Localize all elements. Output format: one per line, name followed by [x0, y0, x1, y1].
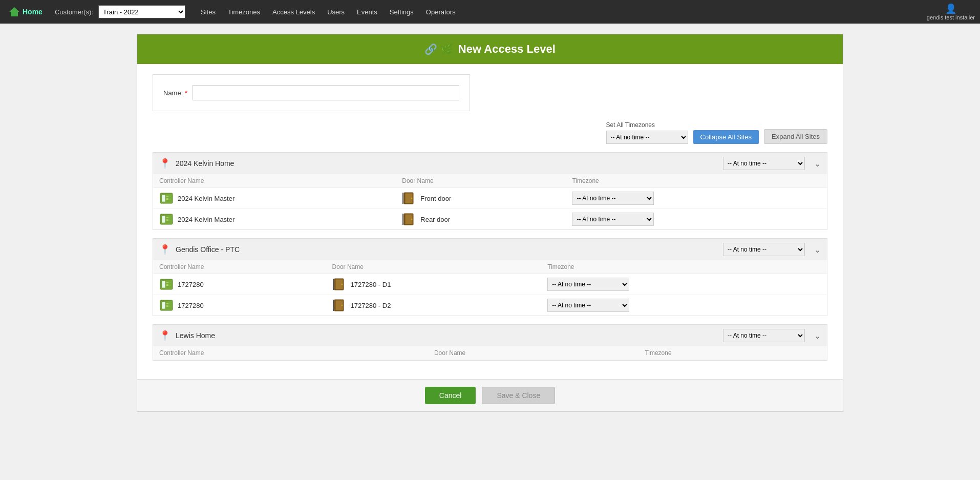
nav-access-levels[interactable]: Access Levels	[267, 5, 320, 19]
collapse-all-sites-button[interactable]: Collapse All Sites	[693, 130, 759, 144]
controller-icon-0-1	[159, 213, 174, 225]
controls-row: Set All Timezones -- At no time -- Colla…	[153, 121, 827, 144]
svg-point-15	[169, 217, 171, 218]
door-icon-0-0	[402, 192, 416, 204]
svg-point-4	[169, 196, 171, 197]
svg-point-37	[169, 303, 171, 304]
site-header-1[interactable]: 📍 Gendis Office - PTC -- At no time -- ⌄	[153, 239, 827, 260]
row-timezone-select-0-1[interactable]: -- At no time --	[572, 213, 654, 226]
site-name-0: 2024 Kelvin Home	[176, 159, 718, 168]
controller-name-0-0: 2024 Kelvin Master	[178, 195, 235, 202]
name-section: Name: *	[153, 74, 470, 111]
timezone-cell-1-1: -- At no time --	[541, 295, 827, 316]
customer-select[interactable]: Train - 2022	[98, 5, 185, 18]
door-table-2: Controller Name Door Name Timezone	[153, 346, 827, 360]
svg-point-9	[411, 198, 413, 199]
cancel-button[interactable]: Cancel	[425, 387, 476, 404]
svg-rect-2	[166, 196, 168, 197]
controller-icon-1-0	[159, 278, 174, 290]
controller-icon-1-1	[159, 299, 174, 311]
svg-rect-13	[166, 217, 168, 218]
svg-point-38	[169, 306, 171, 307]
controller-name-1-0: 1727280	[178, 281, 204, 288]
home-button[interactable]: Home	[5, 5, 47, 18]
svg-point-5	[169, 199, 171, 200]
site-timezone-select-2[interactable]: -- At no time --	[723, 329, 805, 342]
col-header-controller-1: Controller Name	[153, 260, 326, 274]
nav-links: Sites Timezones Access Levels Users Even…	[196, 5, 461, 19]
col-header-timezone-0: Timezone	[566, 174, 827, 188]
nav-timezones[interactable]: Timezones	[223, 5, 265, 19]
timezone-cell-0-0: -- At no time --	[566, 188, 827, 209]
nav-operators[interactable]: Operators	[421, 5, 461, 19]
controller-name-0-1: 2024 Kelvin Master	[178, 216, 235, 223]
col-header-door-0: Door Name	[396, 174, 566, 188]
customer-label: Customer(s):	[55, 8, 93, 16]
controller-cell-1-0: 1727280	[153, 274, 326, 295]
timezone-cell-1-0: -- At no time --	[541, 274, 827, 295]
svg-rect-14	[166, 219, 168, 221]
set-all-timezone-select[interactable]: -- At no time --	[606, 131, 688, 144]
door-name-0-1: Rear door	[420, 216, 450, 223]
door-icon-1-0	[332, 278, 347, 290]
svg-rect-1	[162, 195, 165, 202]
page-content: 🔗 🌿 New Access Level Name: * Set All Tim…	[0, 24, 980, 422]
svg-rect-23	[162, 281, 165, 288]
sites-container: 📍 2024 Kelvin Home -- At no time -- ⌄ Co…	[153, 152, 827, 361]
svg-rect-24	[166, 282, 168, 283]
user-icon: 👤	[945, 3, 956, 14]
name-input[interactable]	[193, 85, 459, 100]
site-name-2: Lewis Home	[176, 331, 718, 340]
table-row: 2024 Kelvin Master	[153, 188, 827, 209]
controller-cell-0-1: 2024 Kelvin Master	[153, 209, 396, 230]
modal-title: New Access Level	[458, 43, 556, 56]
controller-cell-1-1: 1727280	[153, 295, 326, 316]
col-header-door-2: Door Name	[428, 346, 638, 360]
site-chevron-2: ⌄	[814, 331, 821, 341]
svg-point-27	[169, 285, 171, 286]
door-icon-1-1	[332, 299, 347, 311]
site-header-0[interactable]: 📍 2024 Kelvin Home -- At no time -- ⌄	[153, 153, 827, 174]
user-name: gendis test installer	[927, 14, 975, 20]
header-icons: 🔗 🌿	[424, 43, 453, 55]
set-all-label: Set All Timezones	[606, 121, 688, 129]
site-timezone-select-1[interactable]: -- At no time --	[723, 243, 805, 256]
svg-point-42	[341, 305, 343, 306]
table-row: 1727280	[153, 295, 827, 316]
row-timezone-select-0-0[interactable]: -- At no time --	[572, 192, 654, 205]
svg-rect-12	[162, 216, 165, 223]
site-section-1: 📍 Gendis Office - PTC -- At no time -- ⌄…	[153, 238, 827, 316]
site-chevron-1: ⌄	[814, 245, 821, 255]
save-close-button[interactable]: Save & Close	[482, 387, 555, 404]
svg-point-16	[169, 220, 171, 221]
col-header-timezone-2: Timezone	[638, 346, 827, 360]
col-header-door-1: Door Name	[326, 260, 542, 274]
modal-header: 🔗 🌿 New Access Level	[137, 34, 843, 64]
svg-point-26	[169, 282, 171, 283]
svg-rect-19	[404, 214, 406, 225]
svg-point-31	[341, 284, 343, 285]
modal-box: 🔗 🌿 New Access Level Name: * Set All Tim…	[137, 34, 843, 412]
controller-icon-0-0	[159, 192, 174, 204]
site-section-2: 📍 Lewis Home -- At no time -- ⌄ Controll…	[153, 324, 827, 361]
nav-settings[interactable]: Settings	[385, 5, 419, 19]
site-header-2[interactable]: 📍 Lewis Home -- At no time -- ⌄	[153, 325, 827, 346]
home-icon	[9, 7, 19, 16]
door-cell-0-0: Front door	[396, 188, 566, 209]
door-cell-1-0: 1727280 - D1	[326, 274, 542, 295]
expand-all-sites-button[interactable]: Expand All Sites	[764, 129, 827, 144]
nav-events[interactable]: Events	[352, 5, 382, 19]
nav-users[interactable]: Users	[322, 5, 350, 19]
nav-sites[interactable]: Sites	[196, 5, 221, 19]
svg-rect-3	[166, 198, 168, 200]
row-timezone-select-1-1[interactable]: -- At no time --	[547, 299, 629, 312]
site-chevron-0: ⌄	[814, 159, 821, 169]
controller-name-1-1: 1727280	[178, 302, 204, 309]
site-timezone-select-0[interactable]: -- At no time --	[723, 157, 805, 170]
col-header-controller-0: Controller Name	[153, 174, 396, 188]
row-timezone-select-1-0[interactable]: -- At no time --	[547, 278, 629, 291]
site-section-0: 📍 2024 Kelvin Home -- At no time -- ⌄ Co…	[153, 152, 827, 230]
site-icon-0: 📍	[159, 158, 171, 169]
door-table-1: Controller Name Door Name Timezone	[153, 260, 827, 316]
site-icon-2: 📍	[159, 330, 171, 341]
